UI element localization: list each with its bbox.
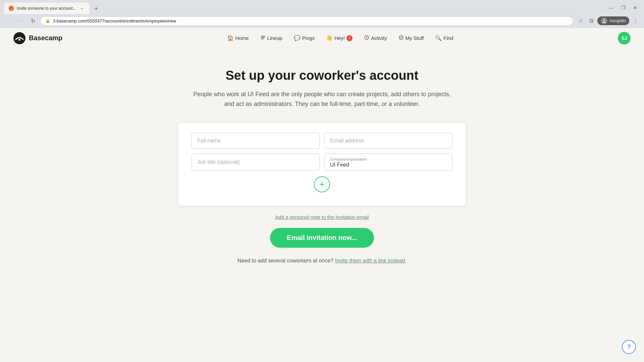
form-row-2: Company/organization UI Feed (192, 154, 452, 171)
page-subtitle: People who work at UI Feed are the only … (188, 89, 456, 109)
page-title: Set up your coworker's account (127, 68, 517, 83)
hey-badge: ! (346, 35, 353, 41)
new-tab-button[interactable]: + (92, 4, 101, 13)
incognito-label: Incognito (609, 18, 626, 23)
company-field[interactable]: Company/organization UI Feed (324, 154, 452, 171)
address-bar[interactable]: 🔒 3.basecamp.com/5550377/account/enrollm… (40, 16, 573, 25)
company-label: Company/organization (330, 157, 447, 161)
bulk-invite-period: . (405, 258, 407, 263)
browser-titlebar: Invite someone to your account... × + — … (0, 0, 644, 14)
invite-form-card: Company/organization UI Feed + (178, 122, 466, 206)
tab-close-button[interactable]: × (79, 5, 85, 11)
add-note-link[interactable]: Add a personal note to the invitation em… (127, 214, 517, 220)
svg-point-3 (18, 39, 20, 41)
incognito-button[interactable]: Incognito (597, 16, 629, 25)
top-nav: Basecamp 🏠 Home Lineup 💬 Pings 👋 Hey! ! (0, 28, 644, 48)
svg-point-1 (602, 21, 606, 23)
bulk-invite-static: Need to add several coworkers at once? (237, 258, 333, 263)
full-name-input[interactable] (192, 133, 320, 149)
lineup-icon (260, 35, 266, 42)
svg-point-2 (13, 32, 25, 44)
bookmark-button[interactable]: ☆ (576, 16, 585, 25)
job-title-input[interactable] (192, 154, 320, 171)
tab-title: Invite someone to your account... (17, 6, 76, 11)
nav-find[interactable]: 🔍 Find (430, 33, 458, 43)
nav-activity[interactable]: Activity (359, 33, 392, 44)
add-person-button[interactable]: + (314, 176, 330, 192)
basecamp-logo-icon (13, 32, 25, 44)
nav-home-label: Home (235, 35, 249, 41)
nav-lineup[interactable]: Lineup (256, 33, 287, 44)
close-window-button[interactable]: ✕ (631, 3, 640, 12)
svg-rect-6 (261, 39, 264, 39)
nav-activity-label: Activity (371, 35, 387, 41)
pings-icon: 💬 (294, 35, 301, 41)
lock-icon: 🔒 (45, 18, 50, 23)
tab-favicon (9, 6, 14, 11)
refresh-button[interactable]: ↻ (28, 16, 38, 25)
toolbar-right: ☆ ⊟ Incognito ⋮ (576, 16, 640, 25)
svg-rect-5 (261, 37, 265, 38)
hey-icon: 👋 (326, 35, 333, 41)
home-icon: 🏠 (227, 35, 234, 41)
mystuff-icon (398, 35, 404, 42)
window-controls: — ❐ ✕ (606, 3, 640, 14)
find-icon: 🔍 (435, 35, 442, 41)
nav-find-label: Find (443, 35, 453, 41)
tab-bar: Invite someone to your account... × + (4, 3, 101, 14)
nav-hey[interactable]: 👋 Hey! ! (321, 33, 357, 43)
form-row-1 (192, 133, 452, 149)
active-tab[interactable]: Invite someone to your account... × (4, 3, 90, 14)
app-wrapper: Basecamp 🏠 Home Lineup 💬 Pings 👋 Hey! ! (0, 28, 644, 362)
back-button[interactable]: ← (4, 16, 13, 25)
bulk-invite-link[interactable]: Invite them with a link instead (335, 258, 405, 263)
nav-home[interactable]: 🏠 Home (222, 33, 254, 43)
nav-pings[interactable]: 💬 Pings (289, 33, 320, 43)
browser-chrome: Invite someone to your account... × + — … (0, 0, 644, 28)
help-button[interactable]: ? (622, 340, 636, 354)
maximize-button[interactable]: ❐ (619, 3, 628, 12)
logo-text: Basecamp (29, 34, 62, 42)
browser-toolbar: ← → ↻ 🔒 3.basecamp.com/5550377/account/e… (0, 14, 644, 28)
nav-mystuff[interactable]: My Stuff (394, 33, 429, 44)
incognito-icon (601, 17, 607, 24)
company-value: UI Feed (330, 162, 349, 168)
logo-area[interactable]: Basecamp (13, 32, 62, 44)
nav-lineup-label: Lineup (267, 35, 282, 41)
email-invite-button[interactable]: Email invitation now... (270, 228, 374, 248)
svg-point-0 (603, 19, 605, 21)
activity-icon (364, 35, 369, 42)
url-text: 3.basecamp.com/5550377/account/enrollmen… (53, 18, 568, 23)
nav-links: 🏠 Home Lineup 💬 Pings 👋 Hey! ! (62, 33, 618, 44)
minimize-button[interactable]: — (606, 3, 616, 12)
nav-hey-label: Hey! (334, 35, 345, 41)
more-button[interactable]: ⋮ (631, 16, 640, 25)
forward-button[interactable]: → (16, 16, 25, 25)
email-input[interactable] (324, 133, 452, 149)
sidebar-button[interactable]: ⊟ (587, 16, 596, 25)
nav-pings-label: Pings (302, 35, 315, 41)
user-avatar[interactable]: SJ (618, 32, 631, 45)
nav-mystuff-label: My Stuff (406, 35, 424, 41)
bulk-invite-text: Need to add several coworkers at once? I… (127, 258, 517, 264)
svg-rect-4 (261, 36, 265, 37)
main-content: Set up your coworker's account People wh… (121, 48, 523, 284)
